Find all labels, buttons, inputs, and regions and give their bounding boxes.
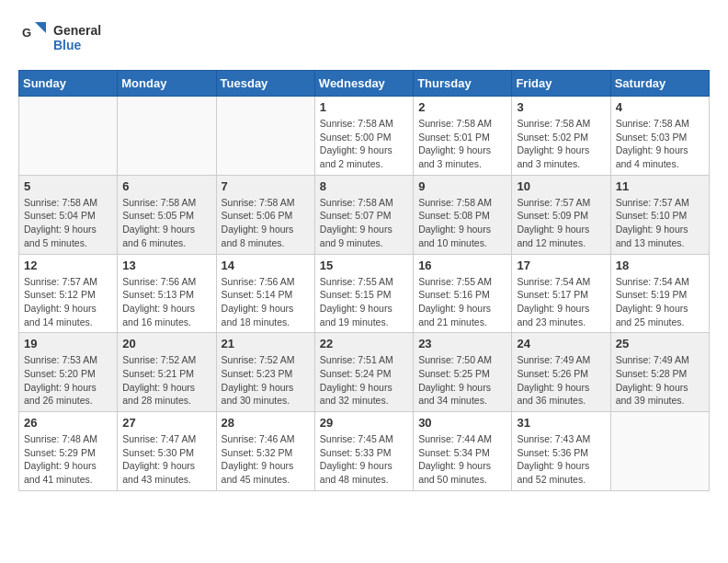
day-info: Sunrise: 7:45 AM Sunset: 5:33 PM Dayligh… (320, 432, 408, 487)
day-number: 9 (418, 179, 506, 193)
day-number: 7 (222, 179, 310, 193)
day-info: Sunrise: 7:49 AM Sunset: 5:28 PM Dayligh… (616, 353, 704, 408)
day-cell: 6Sunrise: 7:58 AM Sunset: 5:05 PM Daylig… (118, 175, 216, 254)
day-cell: 28Sunrise: 7:46 AM Sunset: 5:32 PM Dayli… (216, 412, 314, 491)
day-info: Sunrise: 7:58 AM Sunset: 5:05 PM Dayligh… (122, 196, 210, 250)
day-cell: 27Sunrise: 7:47 AM Sunset: 5:30 PM Dayli… (118, 412, 216, 491)
day-info: Sunrise: 7:57 AM Sunset: 5:12 PM Dayligh… (24, 275, 112, 329)
column-header-wednesday: Wednesday (314, 71, 413, 97)
day-number: 30 (418, 416, 506, 430)
day-number: 3 (517, 100, 605, 114)
day-number: 31 (517, 416, 605, 430)
day-number: 23 (418, 337, 506, 350)
day-number: 29 (320, 416, 408, 430)
day-number: 20 (122, 337, 210, 350)
svg-marker-4 (35, 22, 46, 33)
column-header-friday: Friday (512, 71, 610, 97)
day-info: Sunrise: 7:58 AM Sunset: 5:08 PM Dayligh… (418, 196, 506, 250)
day-info: Sunrise: 7:58 AM Sunset: 5:04 PM Dayligh… (24, 196, 112, 250)
day-number: 19 (24, 337, 112, 350)
day-cell: 5Sunrise: 7:58 AM Sunset: 5:04 PM Daylig… (19, 175, 118, 254)
day-cell: 26Sunrise: 7:48 AM Sunset: 5:29 PM Dayli… (19, 412, 118, 491)
day-info: Sunrise: 7:53 AM Sunset: 5:20 PM Dayligh… (24, 353, 112, 408)
day-number: 14 (222, 259, 310, 272)
day-number: 21 (222, 337, 310, 350)
column-header-tuesday: Tuesday (216, 71, 314, 97)
day-cell: 15Sunrise: 7:55 AM Sunset: 5:15 PM Dayli… (314, 254, 413, 333)
day-cell: 31Sunrise: 7:43 AM Sunset: 5:36 PM Dayli… (512, 412, 610, 491)
day-number: 5 (24, 179, 112, 193)
day-cell: 21Sunrise: 7:52 AM Sunset: 5:23 PM Dayli… (216, 333, 314, 412)
day-info: Sunrise: 7:56 AM Sunset: 5:13 PM Dayligh… (122, 275, 210, 329)
day-cell: 24Sunrise: 7:49 AM Sunset: 5:26 PM Dayli… (512, 333, 610, 412)
day-info: Sunrise: 7:46 AM Sunset: 5:32 PM Dayligh… (222, 432, 310, 487)
day-number: 6 (122, 179, 210, 193)
day-number: 1 (320, 100, 408, 114)
week-row-3: 12Sunrise: 7:57 AM Sunset: 5:12 PM Dayli… (19, 254, 710, 333)
day-cell: 19Sunrise: 7:53 AM Sunset: 5:20 PM Dayli… (19, 333, 118, 412)
header-row: SundayMondayTuesdayWednesdayThursdayFrid… (19, 71, 710, 97)
day-cell: 1Sunrise: 7:58 AM Sunset: 5:00 PM Daylig… (314, 97, 413, 176)
day-number: 18 (616, 259, 704, 272)
day-cell: 9Sunrise: 7:58 AM Sunset: 5:08 PM Daylig… (414, 175, 512, 254)
day-cell: 17Sunrise: 7:54 AM Sunset: 5:17 PM Dayli… (512, 254, 610, 333)
day-cell: 20Sunrise: 7:52 AM Sunset: 5:21 PM Dayli… (118, 333, 216, 412)
day-number: 8 (320, 179, 408, 193)
calendar-table: SundayMondayTuesdayWednesdayThursdayFrid… (18, 70, 710, 491)
day-number: 25 (616, 337, 704, 350)
day-cell: 22Sunrise: 7:51 AM Sunset: 5:24 PM Dayli… (314, 333, 413, 412)
day-info: Sunrise: 7:56 AM Sunset: 5:14 PM Dayligh… (222, 275, 310, 329)
day-cell: 4Sunrise: 7:58 AM Sunset: 5:03 PM Daylig… (610, 97, 709, 176)
day-info: Sunrise: 7:57 AM Sunset: 5:09 PM Dayligh… (517, 196, 605, 250)
day-info: Sunrise: 7:58 AM Sunset: 5:02 PM Dayligh… (517, 117, 605, 171)
svg-text:G: G (22, 26, 31, 40)
week-row-4: 19Sunrise: 7:53 AM Sunset: 5:20 PM Dayli… (19, 333, 710, 412)
day-number: 28 (222, 416, 310, 430)
day-info: Sunrise: 7:58 AM Sunset: 5:06 PM Dayligh… (222, 196, 310, 250)
day-number: 24 (517, 337, 605, 350)
day-cell: 10Sunrise: 7:57 AM Sunset: 5:09 PM Dayli… (512, 175, 610, 254)
day-info: Sunrise: 7:50 AM Sunset: 5:25 PM Dayligh… (418, 353, 506, 408)
day-cell: 11Sunrise: 7:57 AM Sunset: 5:10 PM Dayli… (610, 175, 709, 254)
page-header: General Blue G (18, 18, 710, 55)
column-header-thursday: Thursday (414, 71, 512, 97)
day-cell: 25Sunrise: 7:49 AM Sunset: 5:28 PM Dayli… (610, 333, 709, 412)
day-info: Sunrise: 7:58 AM Sunset: 5:07 PM Dayligh… (320, 196, 408, 250)
day-info: Sunrise: 7:58 AM Sunset: 5:01 PM Dayligh… (418, 117, 506, 171)
day-cell (216, 97, 314, 176)
day-number: 15 (320, 259, 408, 272)
day-cell: 2Sunrise: 7:58 AM Sunset: 5:01 PM Daylig… (414, 97, 512, 176)
week-row-5: 26Sunrise: 7:48 AM Sunset: 5:29 PM Dayli… (19, 412, 710, 491)
day-number: 26 (24, 416, 112, 430)
day-number: 10 (517, 179, 605, 193)
day-info: Sunrise: 7:58 AM Sunset: 5:03 PM Dayligh… (616, 117, 704, 171)
column-header-monday: Monday (118, 71, 216, 97)
logo: General Blue G (18, 18, 129, 55)
day-number: 17 (517, 259, 605, 272)
day-info: Sunrise: 7:44 AM Sunset: 5:34 PM Dayligh… (418, 432, 506, 487)
day-info: Sunrise: 7:47 AM Sunset: 5:30 PM Dayligh… (122, 432, 210, 487)
day-info: Sunrise: 7:55 AM Sunset: 5:15 PM Dayligh… (320, 275, 408, 329)
day-cell: 23Sunrise: 7:50 AM Sunset: 5:25 PM Dayli… (414, 333, 512, 412)
day-info: Sunrise: 7:52 AM Sunset: 5:21 PM Dayligh… (122, 353, 210, 408)
week-row-2: 5Sunrise: 7:58 AM Sunset: 5:04 PM Daylig… (19, 175, 710, 254)
day-number: 2 (418, 100, 506, 114)
day-info: Sunrise: 7:49 AM Sunset: 5:26 PM Dayligh… (517, 353, 605, 408)
day-number: 22 (320, 337, 408, 350)
day-number: 13 (122, 259, 210, 272)
day-cell (118, 97, 216, 176)
day-cell (19, 97, 118, 176)
day-cell (610, 412, 709, 491)
day-cell: 18Sunrise: 7:54 AM Sunset: 5:19 PM Dayli… (610, 254, 709, 333)
day-cell: 29Sunrise: 7:45 AM Sunset: 5:33 PM Dayli… (314, 412, 413, 491)
svg-text:General: General (53, 23, 101, 38)
day-number: 4 (616, 100, 704, 114)
day-info: Sunrise: 7:57 AM Sunset: 5:10 PM Dayligh… (616, 196, 704, 250)
column-header-sunday: Sunday (19, 71, 118, 97)
week-row-1: 1Sunrise: 7:58 AM Sunset: 5:00 PM Daylig… (19, 97, 710, 176)
day-info: Sunrise: 7:51 AM Sunset: 5:24 PM Dayligh… (320, 353, 408, 408)
day-info: Sunrise: 7:43 AM Sunset: 5:36 PM Dayligh… (517, 432, 605, 487)
day-number: 12 (24, 259, 112, 272)
day-cell: 30Sunrise: 7:44 AM Sunset: 5:34 PM Dayli… (414, 412, 512, 491)
day-number: 11 (616, 179, 704, 193)
